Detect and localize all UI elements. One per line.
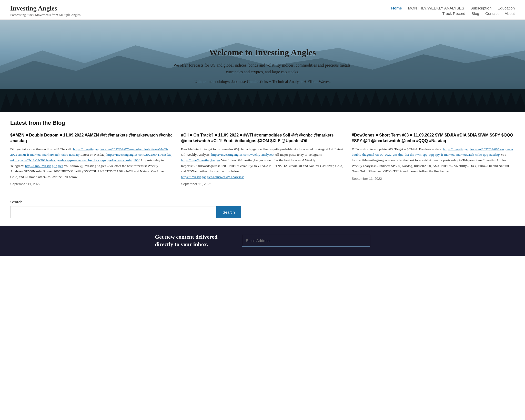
footer-cta: Get new content delivered directly to yo… (0, 226, 525, 256)
blog-post-3-date: September 11, 2022 (352, 177, 515, 181)
nav-contact[interactable]: Contact (485, 11, 499, 16)
blog-section: Latest from the Blog $AMZN = Double Bott… (0, 112, 525, 194)
hero-title: Welcome to Investing Angles (170, 48, 355, 57)
site-header: Investing Angles Forecasting Stock Movem… (0, 0, 525, 20)
blog-post-2-body: Possible interim target for oil remains … (181, 146, 344, 180)
nav-subscription[interactable]: Subscription (470, 6, 492, 10)
hero-methodology: Unique methodology: Japanese Candlestick… (170, 79, 355, 84)
blog-post-2-link3[interactable]: https://investingangles.com/weekly-analy… (181, 175, 244, 179)
site-title: Investing Angles (10, 5, 80, 12)
blog-post-1-date: September 11, 2022 (10, 182, 173, 186)
nav-blog[interactable]: Blog (471, 11, 479, 16)
nav-about[interactable]: About (505, 11, 515, 16)
blog-section-title: Latest from the Blog (10, 120, 515, 126)
blog-post-1-title: $AMZN = Double Bottom = 11.09.2022 #AMZN… (10, 132, 173, 144)
blog-post-3: #DowJones = Short Term #03 = 11.09.2022 … (352, 132, 515, 186)
search-row: Search (10, 206, 241, 218)
blog-post-1-body: Did you take an action on this call? The… (10, 146, 173, 180)
blog-post-1-link3[interactable]: http://t.me/InvestingAngles (25, 164, 63, 168)
search-button[interactable]: Search (216, 206, 241, 218)
search-section: Search Search (0, 194, 525, 226)
search-input[interactable] (10, 206, 216, 218)
nav-home[interactable]: Home (391, 6, 402, 10)
blog-post-2: #Oil = On Track? = 11.09.2022 = #WTI #co… (181, 132, 344, 186)
hero-section: Welcome to Investing Angles We offer for… (0, 20, 525, 112)
blog-post-2-link2[interactable]: https://t.me/InvestingAngles (181, 158, 220, 162)
nav-education[interactable]: Education (498, 6, 515, 10)
blog-post-3-link1[interactable]: https://investingangles.com/2022/09/08/d… (352, 147, 513, 157)
hero-trees-svg (0, 89, 525, 112)
nav-analyses[interactable]: MONTHLY/WEEKLY ANALYSES (408, 6, 464, 10)
site-nav: Home MONTHLY/WEEKLY ANALYSES Subscriptio… (391, 6, 515, 16)
site-tagline: Forecasting Stock Movements from Multipl… (10, 13, 80, 17)
blog-post-1: $AMZN = Double Bottom = 11.09.2022 #AMZN… (10, 132, 173, 186)
blog-post-2-date: September 11, 2022 (181, 182, 344, 186)
site-branding: Investing Angles Forecasting Stock Movem… (10, 5, 80, 17)
blog-post-2-link1[interactable]: https://investingangles.com/weekly-analy… (211, 153, 274, 156)
blog-post-3-body: DJIA – short term update #03. Target = $… (352, 146, 515, 174)
hero-subtitle: We offer forecasts for US and global ind… (170, 62, 355, 75)
search-label: Search (10, 200, 515, 204)
hero-content: Welcome to Investing Angles We offer for… (160, 43, 365, 89)
blog-grid: $AMZN = Double Bottom = 11.09.2022 #AMZN… (10, 132, 515, 186)
blog-post-3-title: #DowJones = Short Term #03 = 11.09.2022 … (352, 132, 515, 144)
footer-cta-text: Get new content delivered directly to yo… (155, 233, 227, 248)
blog-post-2-title: #Oil = On Track? = 11.09.2022 = #WTI #co… (181, 132, 344, 144)
nav-row-2: Track Record Blog Contact About (442, 11, 515, 16)
nav-track-record[interactable]: Track Record (442, 11, 465, 16)
footer-email-input[interactable] (242, 235, 370, 247)
nav-row-1: Home MONTHLY/WEEKLY ANALYSES Subscriptio… (391, 6, 515, 10)
